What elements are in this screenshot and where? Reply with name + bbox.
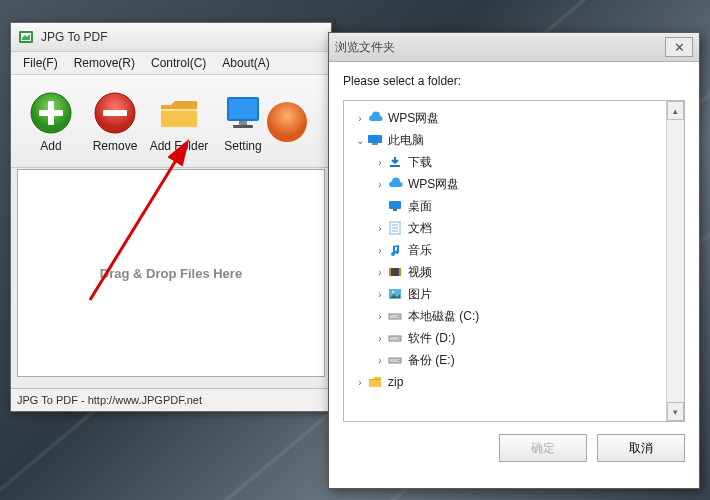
- svg-rect-8: [229, 99, 257, 119]
- svg-rect-4: [39, 110, 63, 116]
- tree-row[interactable]: ›音乐: [348, 239, 666, 261]
- chevron-right-icon[interactable]: ›: [374, 179, 386, 190]
- chevron-right-icon[interactable]: ›: [374, 311, 386, 322]
- svg-rect-10: [233, 125, 253, 128]
- tree-row[interactable]: ⌄此电脑: [348, 129, 666, 151]
- scroll-up-icon[interactable]: ▴: [667, 101, 684, 120]
- dialog-prompt: Please select a folder:: [329, 62, 699, 92]
- chevron-right-icon[interactable]: ›: [374, 157, 386, 168]
- chevron-right-icon[interactable]: ›: [374, 267, 386, 278]
- tree-label: 文档: [408, 220, 432, 237]
- chevron-right-icon[interactable]: ›: [354, 113, 366, 124]
- titlebar: JPG To PDF: [11, 23, 331, 52]
- tree-label: 桌面: [408, 198, 432, 215]
- svg-rect-14: [372, 143, 378, 145]
- svg-point-28: [398, 316, 400, 318]
- tree-label: WPS网盘: [388, 110, 439, 127]
- add-icon: [29, 91, 73, 135]
- dialog-title: 浏览文件夹: [335, 39, 395, 56]
- pic-icon: [386, 286, 404, 302]
- tree-label: zip: [388, 375, 403, 389]
- tree-row[interactable]: ›zip: [348, 371, 666, 393]
- close-icon: ✕: [674, 40, 685, 55]
- cloud-icon: [366, 110, 384, 126]
- folder-dialog: 浏览文件夹 ✕ Please select a folder: ›WPS网盘⌄此…: [328, 32, 700, 489]
- setting-icon: [221, 91, 265, 135]
- cancel-button[interactable]: 取消: [597, 434, 685, 462]
- svg-rect-24: [399, 268, 401, 276]
- svg-point-30: [398, 338, 400, 340]
- menu-file[interactable]: File(F): [15, 54, 66, 72]
- chevron-right-icon[interactable]: ›: [374, 355, 386, 366]
- svg-point-32: [398, 360, 400, 362]
- status-text: JPG To PDF - http://www.JPGPDF.net: [17, 394, 202, 406]
- tree-label: 软件 (D:): [408, 330, 455, 347]
- close-button[interactable]: ✕: [665, 37, 693, 57]
- svg-rect-9: [239, 121, 247, 125]
- tree-row[interactable]: ›软件 (D:): [348, 327, 666, 349]
- svg-line-12: [90, 144, 186, 300]
- tree-label: 此电脑: [388, 132, 424, 149]
- svg-rect-13: [368, 135, 382, 143]
- video-icon: [386, 264, 404, 280]
- tree-label: 备份 (E:): [408, 352, 455, 369]
- app-icon: [17, 28, 35, 46]
- menu-about[interactable]: About(A): [214, 54, 277, 72]
- tree-row[interactable]: 桌面: [348, 195, 666, 217]
- svg-rect-15: [390, 165, 400, 167]
- chevron-right-icon[interactable]: ›: [374, 223, 386, 234]
- menu-remove[interactable]: Remove(R): [66, 54, 143, 72]
- svg-rect-23: [389, 268, 391, 276]
- statusbar: JPG To PDF - http://www.JPGPDF.net: [11, 388, 331, 411]
- tree-label: WPS网盘: [408, 176, 459, 193]
- cloud-icon: [386, 176, 404, 192]
- drive-icon: [386, 352, 404, 368]
- chevron-right-icon[interactable]: ›: [374, 333, 386, 344]
- scrollbar[interactable]: ▴ ▾: [666, 101, 684, 421]
- svg-rect-17: [393, 209, 397, 211]
- pc-icon: [366, 132, 384, 148]
- ok-button[interactable]: 确定: [499, 434, 587, 462]
- tree-row[interactable]: ›WPS网盘: [348, 173, 666, 195]
- svg-point-11: [267, 102, 307, 142]
- next-button-partial[interactable]: [275, 100, 299, 144]
- drive-icon: [386, 330, 404, 346]
- drive-icon: [386, 308, 404, 324]
- tree-label: 本地磁盘 (C:): [408, 308, 479, 325]
- tree-row[interactable]: ›本地磁盘 (C:): [348, 305, 666, 327]
- chevron-right-icon[interactable]: ›: [354, 377, 366, 388]
- dialog-buttons: 确定 取消: [329, 422, 699, 462]
- folder-tree[interactable]: ›WPS网盘⌄此电脑›下载›WPS网盘桌面›文档›音乐›视频›图片›本地磁盘 (…: [344, 101, 666, 421]
- next-icon: [265, 100, 309, 144]
- tree-label: 视频: [408, 264, 432, 281]
- tree-row[interactable]: ›视频: [348, 261, 666, 283]
- svg-point-26: [392, 291, 394, 293]
- tree-row[interactable]: ›图片: [348, 283, 666, 305]
- chevron-right-icon[interactable]: ›: [374, 245, 386, 256]
- menu-control[interactable]: Control(C): [143, 54, 214, 72]
- folder-tree-frame: ›WPS网盘⌄此电脑›下载›WPS网盘桌面›文档›音乐›视频›图片›本地磁盘 (…: [343, 100, 685, 422]
- chevron-down-icon[interactable]: ⌄: [354, 135, 366, 146]
- scroll-down-icon[interactable]: ▾: [667, 402, 684, 421]
- folder-icon: [157, 91, 201, 135]
- dialog-titlebar: 浏览文件夹 ✕: [329, 33, 699, 62]
- setting-label: Setting: [224, 139, 261, 153]
- annotation-arrow: [70, 130, 210, 310]
- tree-row[interactable]: ›下载: [348, 151, 666, 173]
- download-icon: [386, 154, 404, 170]
- app-title: JPG To PDF: [41, 30, 107, 44]
- folder-icon: [366, 374, 384, 390]
- tree-row[interactable]: ›文档: [348, 217, 666, 239]
- tree-row[interactable]: ›WPS网盘: [348, 107, 666, 129]
- chevron-right-icon[interactable]: ›: [374, 289, 386, 300]
- doc-icon: [386, 220, 404, 236]
- svg-rect-6: [103, 110, 127, 116]
- tree-row[interactable]: ›备份 (E:): [348, 349, 666, 371]
- music-icon: [386, 242, 404, 258]
- remove-icon: [93, 91, 137, 135]
- tree-label: 图片: [408, 286, 432, 303]
- tree-label: 音乐: [408, 242, 432, 259]
- tree-label: 下载: [408, 154, 432, 171]
- desktop-icon: [386, 198, 404, 214]
- add-label: Add: [40, 139, 61, 153]
